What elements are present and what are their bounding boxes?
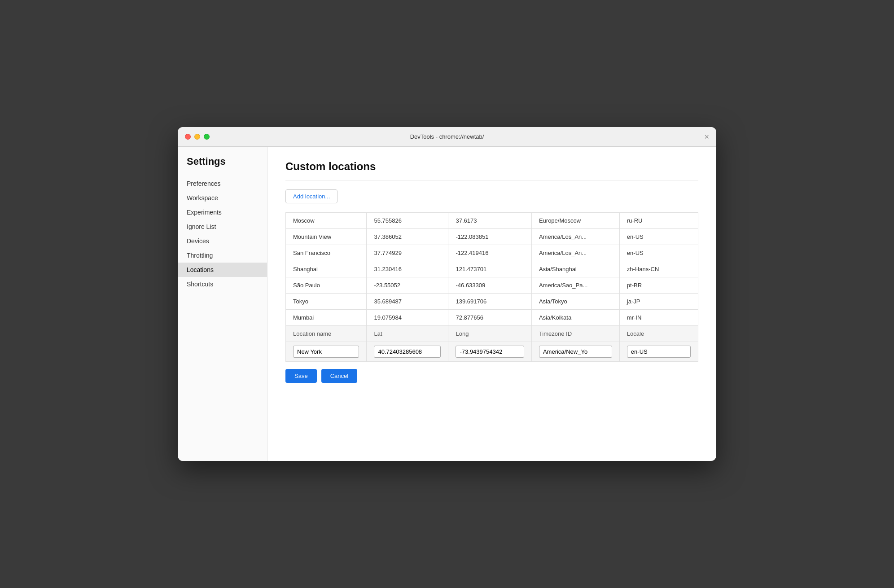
devtools-window: DevTools - chrome://newtab/ × Settings P… — [178, 127, 716, 461]
cell-long: 121.473701 — [448, 261, 531, 277]
sidebar-item-experiments[interactable]: Experiments — [178, 205, 267, 219]
cell-timezone: America/Los_An... — [531, 229, 619, 245]
cell-name: Tokyo — [286, 294, 367, 310]
cell-lat: 37.774929 — [367, 245, 448, 261]
add-location-button[interactable]: Add location... — [285, 189, 337, 203]
table-row: Mountain View37.386052-122.083851America… — [286, 229, 698, 245]
window-close-icon[interactable]: × — [704, 133, 709, 141]
sidebar-title: Settings — [178, 156, 267, 176]
cell-timezone: Europe/Moscow — [531, 213, 619, 229]
input-locale[interactable] — [627, 346, 691, 358]
title-divider — [285, 180, 698, 180]
locations-table: Moscow55.75582637.6173Europe/Moscowru-RU… — [285, 212, 698, 362]
cell-timezone: Asia/Shanghai — [531, 261, 619, 277]
sidebar-item-devices[interactable]: Devices — [178, 234, 267, 248]
maximize-button[interactable] — [204, 134, 210, 140]
input-lat[interactable] — [374, 346, 441, 358]
table-row: Mumbai19.07598472.877656Asia/Kolkatamr-I… — [286, 310, 698, 326]
sidebar-item-shortcuts[interactable]: Shortcuts — [178, 277, 267, 291]
input-name[interactable] — [293, 346, 359, 358]
sidebar-item-workspace[interactable]: Workspace — [178, 191, 267, 205]
cell-locale: pt-BR — [619, 277, 698, 294]
cell-lat: 31.230416 — [367, 261, 448, 277]
cell-timezone: America/Sao_Pa... — [531, 277, 619, 294]
cell-name: Moscow — [286, 213, 367, 229]
cell-locale: mr-IN — [619, 310, 698, 326]
cell-lat: 19.075984 — [367, 310, 448, 326]
sidebar-item-ignore-list[interactable]: Ignore List — [178, 219, 267, 234]
table-row: San Francisco37.774929-122.419416America… — [286, 245, 698, 261]
table-row: Tokyo35.689487139.691706Asia/Tokyoja-JP — [286, 294, 698, 310]
cell-locale: ja-JP — [619, 294, 698, 310]
cell-lat: 55.755826 — [367, 213, 448, 229]
cell-name: San Francisco — [286, 245, 367, 261]
minimize-button[interactable] — [194, 134, 200, 140]
cell-name: Shanghai — [286, 261, 367, 277]
input-timezone[interactable] — [539, 346, 612, 358]
header-locale: Locale — [619, 326, 698, 342]
cell-name: São Paulo — [286, 277, 367, 294]
table-row: São Paulo-23.55052-46.633309America/Sao_… — [286, 277, 698, 294]
save-button[interactable]: Save — [285, 369, 317, 383]
cell-long: -122.083851 — [448, 229, 531, 245]
header-name: Location name — [286, 326, 367, 342]
cell-locale: en-US — [619, 229, 698, 245]
header-long: Long — [448, 326, 531, 342]
new-location-header-row: Location nameLatLongTimezone IDLocale — [286, 326, 698, 342]
sidebar: Settings Preferences Workspace Experimen… — [178, 147, 267, 461]
main-content: Settings Preferences Workspace Experimen… — [178, 147, 716, 461]
cell-lat: 35.689487 — [367, 294, 448, 310]
window-title: DevTools - chrome://newtab/ — [410, 133, 484, 140]
cell-long: -122.419416 — [448, 245, 531, 261]
new-location-input-row — [286, 342, 698, 362]
cell-name: Mountain View — [286, 229, 367, 245]
sidebar-item-preferences[interactable]: Preferences — [178, 176, 267, 191]
input-long[interactable] — [456, 346, 524, 358]
cell-name: Mumbai — [286, 310, 367, 326]
action-buttons: Save Cancel — [285, 369, 698, 383]
input-cell-lat[interactable] — [367, 342, 448, 362]
cell-timezone: Asia/Tokyo — [531, 294, 619, 310]
cell-long: -46.633309 — [448, 277, 531, 294]
main-panel: Custom locations Add location... Moscow5… — [267, 147, 716, 461]
input-cell-long[interactable] — [448, 342, 531, 362]
traffic-lights — [185, 134, 210, 140]
sidebar-item-locations[interactable]: Locations — [178, 263, 267, 277]
page-title: Custom locations — [285, 160, 698, 173]
header-timezone: Timezone ID — [531, 326, 619, 342]
cell-locale: en-US — [619, 245, 698, 261]
header-lat: Lat — [367, 326, 448, 342]
cell-lat: 37.386052 — [367, 229, 448, 245]
cell-long: 72.877656 — [448, 310, 531, 326]
sidebar-item-throttling[interactable]: Throttling — [178, 248, 267, 263]
cell-timezone: America/Los_An... — [531, 245, 619, 261]
cell-locale: ru-RU — [619, 213, 698, 229]
table-row: Shanghai31.230416121.473701Asia/Shanghai… — [286, 261, 698, 277]
table-row: Moscow55.75582637.6173Europe/Moscowru-RU — [286, 213, 698, 229]
cell-long: 139.691706 — [448, 294, 531, 310]
input-cell-locale[interactable] — [619, 342, 698, 362]
title-bar: DevTools - chrome://newtab/ × — [178, 127, 716, 147]
input-cell-timezone[interactable] — [531, 342, 619, 362]
cell-locale: zh-Hans-CN — [619, 261, 698, 277]
close-button[interactable] — [185, 134, 191, 140]
cell-long: 37.6173 — [448, 213, 531, 229]
input-cell-name[interactable] — [286, 342, 367, 362]
cell-timezone: Asia/Kolkata — [531, 310, 619, 326]
cell-lat: -23.55052 — [367, 277, 448, 294]
cancel-button[interactable]: Cancel — [321, 369, 357, 383]
